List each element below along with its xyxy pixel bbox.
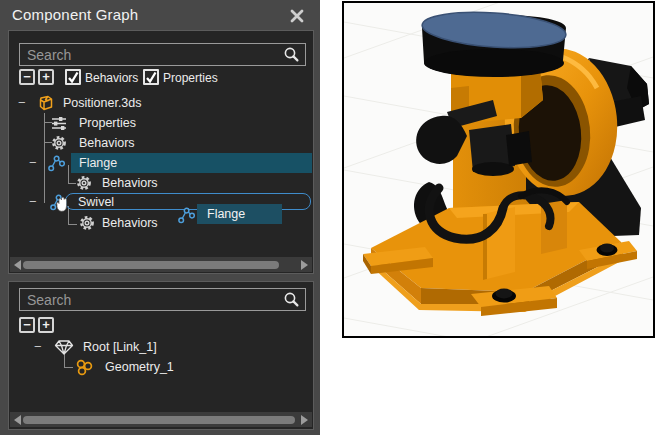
- properties-checkbox[interactable]: [143, 69, 159, 85]
- tree-row-label: Geometry_1: [105, 360, 174, 374]
- collapse-all-button[interactable]: −: [19, 69, 35, 85]
- graph-search-input[interactable]: [19, 43, 306, 66]
- component-icon: [36, 94, 55, 113]
- panel-title: Component Graph: [12, 6, 138, 23]
- node-icon: [177, 206, 196, 225]
- expand-all-button[interactable]: +: [38, 317, 54, 333]
- gear-icon: [75, 174, 93, 192]
- tree-row-root-link[interactable]: − Root [Link_1]: [9, 337, 313, 357]
- behaviors-filter-label: Behaviors: [85, 71, 138, 85]
- horizontal-scrollbar[interactable]: [10, 257, 312, 272]
- hierarchy-panel: − + − Root [Link_1] Geometry_1: [8, 281, 314, 430]
- expand-all-button[interactable]: +: [38, 69, 54, 85]
- gear-icon: [78, 214, 96, 232]
- tree-row-label: Positioner.3ds: [63, 96, 142, 110]
- tree-row-label: Swivel: [78, 195, 114, 209]
- properties-filter-label: Properties: [163, 71, 218, 85]
- close-icon[interactable]: [289, 8, 305, 24]
- collapse-all-button[interactable]: −: [19, 317, 35, 333]
- collapse-expander[interactable]: −: [18, 98, 26, 108]
- gear-icon: [50, 134, 68, 152]
- hierarchy-search: [19, 288, 306, 311]
- collapse-expander[interactable]: −: [29, 158, 37, 168]
- tree-row-label: Flange: [79, 156, 117, 170]
- check-icon: [145, 71, 157, 83]
- hierarchy-search-input[interactable]: [19, 288, 306, 311]
- tree-row-label: Behaviors: [79, 136, 135, 150]
- collapse-expander[interactable]: −: [34, 342, 42, 352]
- collapse-expander[interactable]: −: [29, 197, 37, 207]
- gem-icon: [54, 338, 74, 356]
- tree-row-properties[interactable]: Properties: [9, 113, 313, 133]
- properties-icon: [50, 115, 68, 132]
- search-icon: [283, 291, 300, 308]
- horizontal-scrollbar[interactable]: [10, 412, 312, 427]
- scroll-right-arrow-icon[interactable]: [301, 260, 308, 270]
- search-icon: [283, 46, 300, 63]
- tree-row-label: Properties: [79, 116, 136, 130]
- tree-row-behaviors[interactable]: Behaviors: [9, 133, 313, 153]
- graph-search: [19, 43, 306, 66]
- scroll-right-arrow-icon[interactable]: [301, 415, 308, 425]
- component-graph-panel: Component Graph − + Behaviors Propertie: [0, 0, 320, 435]
- tree-row-positioner[interactable]: − Positioner.3ds: [9, 93, 313, 113]
- scrollbar-thumb[interactable]: [23, 416, 295, 424]
- drag-ghost: Flange: [197, 204, 282, 224]
- tree-row-behaviors[interactable]: Behaviors: [9, 173, 313, 193]
- node-icon: [47, 154, 66, 173]
- scroll-left-arrow-icon[interactable]: [14, 415, 21, 425]
- scroll-left-arrow-icon[interactable]: [14, 260, 21, 270]
- behaviors-checkbox[interactable]: [65, 69, 81, 85]
- tree-row-label: Behaviors: [102, 216, 158, 230]
- positioner-3d-model: [344, 3, 653, 336]
- graph-tree-panel: − + Behaviors Properties − Position: [8, 30, 314, 274]
- scrollbar-thumb[interactable]: [23, 261, 279, 269]
- tree-row-flange[interactable]: − Flange: [9, 153, 313, 173]
- geometry-icon: [75, 358, 95, 377]
- 3d-viewport[interactable]: [342, 1, 655, 338]
- tree-row-label: Behaviors: [102, 176, 158, 190]
- tree-row-label: Root [Link_1]: [83, 340, 157, 354]
- drag-ghost-label: Flange: [207, 207, 245, 221]
- tree-row-geometry[interactable]: Geometry_1: [9, 357, 313, 377]
- check-icon: [67, 71, 79, 83]
